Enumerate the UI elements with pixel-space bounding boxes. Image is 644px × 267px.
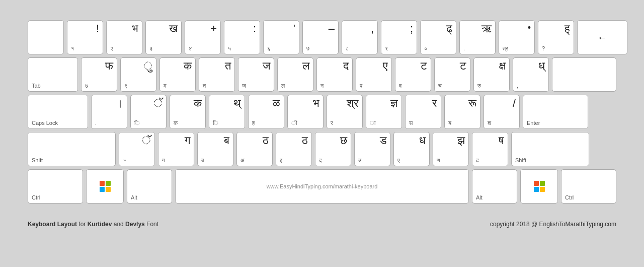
key-4[interactable]: + ४ (185, 20, 221, 54)
key-u[interactable]: द न (316, 57, 353, 92)
key-backtick[interactable] (28, 20, 64, 54)
key-semicolon[interactable]: रू य (444, 95, 480, 129)
key-latin: ि (213, 120, 218, 126)
key-latin: ८ (346, 46, 349, 51)
row-numbers: ! १ भ २ ख ३ + ४ : ५ ' ६ – ७ , ८ (28, 20, 616, 54)
key-label: Tab (32, 83, 41, 89)
key-shift-left[interactable]: Shift (28, 132, 116, 166)
key-shift-right[interactable]: Shift (511, 132, 589, 166)
key-latin: द (319, 158, 322, 163)
key-backspace[interactable]: ← (577, 20, 627, 54)
key-l[interactable]: र स (405, 95, 441, 129)
key-9[interactable]: ; ९ (381, 20, 417, 54)
key-label: Alt (476, 195, 482, 201)
key-latin: ि (134, 120, 140, 126)
key-7[interactable]: – ७ (302, 20, 339, 54)
key-a[interactable]: । . (91, 95, 127, 129)
key-o[interactable]: ट व (395, 57, 431, 92)
key-space[interactable]: www.EasyHindiTyping.com/marathi-keyboard (175, 169, 469, 204)
key-latin: प (360, 83, 362, 89)
key-latin: ए (397, 158, 400, 163)
row-asdf: Caps Lock । . ॅ ि क क थ् ि ळ ह भ ी श्र र (28, 95, 616, 129)
row-shift: Shift ॅ ~ ग ग ब ब ठ अ ठ इ छ द ड उ (28, 132, 616, 166)
key-ctrl-right[interactable]: Ctrl (561, 169, 616, 204)
key-devanagari: श्र (347, 98, 359, 109)
key-latin: २ (110, 46, 113, 51)
key-y[interactable]: ल ल (277, 57, 313, 92)
key-k[interactable]: ज्ञ ा (366, 95, 402, 129)
key-caps-lock[interactable]: Caps Lock (28, 95, 88, 129)
key-ctrl-left[interactable]: Ctrl (28, 169, 83, 204)
key-m[interactable]: ड उ (354, 132, 390, 166)
key-latin: न (320, 83, 324, 89)
key-devanagari: त (225, 60, 231, 72)
key-lbracket[interactable]: क्ष रु (473, 57, 510, 92)
key-win-left[interactable] (86, 169, 124, 204)
key-1[interactable]: ! १ (67, 20, 103, 54)
key-tab[interactable]: Tab (28, 57, 78, 92)
key-devanagari: भ (313, 98, 319, 109)
key-8[interactable]: , ८ (342, 20, 378, 54)
key-backslash[interactable] (552, 57, 616, 92)
key-g[interactable]: ळ ह (248, 95, 284, 129)
keyboard-container: ! १ भ २ ख ३ + ४ : ५ ' ६ – ७ , ८ (0, 0, 644, 217)
key-minus[interactable]: ऋ . (459, 20, 496, 54)
key-equals[interactable]: • त्र (499, 20, 535, 54)
key-e[interactable]: क म (159, 57, 196, 92)
space-label: www.EasyHindiTyping.com/marathi-keyboard (267, 183, 378, 189)
key-c[interactable]: ब ब (197, 132, 233, 166)
row-bottom: Ctrl Alt www.EasyHindiTyping.com/marathi… (28, 169, 616, 204)
key-rbracket[interactable]: ध् , (513, 57, 549, 92)
key-label: Shift (515, 158, 526, 163)
key-t[interactable]: ज ज (238, 57, 274, 92)
key-quote[interactable]: / श (484, 95, 520, 129)
key-period[interactable]: झ ण (433, 132, 469, 166)
key-enter[interactable]: Enter (523, 95, 588, 129)
key-s[interactable]: ॅ ि (130, 95, 167, 129)
key-d[interactable]: क क (170, 95, 206, 129)
key-latin: र (331, 120, 333, 126)
key-f[interactable]: थ् ि (209, 95, 245, 129)
key-latin: . (95, 120, 97, 126)
key-slash[interactable]: ष ढ (472, 132, 508, 166)
key-6[interactable]: ' ६ (263, 20, 299, 54)
key-latin: ढ (476, 158, 479, 163)
key-devanagari: ट (460, 60, 466, 72)
key-z[interactable]: ॅ ~ (119, 132, 155, 166)
key-i[interactable]: ए प (356, 57, 392, 92)
key-x[interactable]: ग ग (158, 132, 194, 166)
key-p[interactable]: ट च (434, 57, 470, 92)
key-alt-left[interactable]: Alt (127, 169, 172, 204)
key-devanagari: + (210, 23, 217, 34)
key-v[interactable]: ठ अ (236, 132, 273, 166)
key-0[interactable]: ढ् ० (420, 20, 456, 54)
key-r[interactable]: त त (199, 57, 235, 92)
key-devanagari: छ (340, 135, 347, 146)
key-latin: इ (280, 158, 282, 163)
key-label: Alt (131, 195, 137, 201)
key-latin: , (517, 83, 518, 89)
key-alt-right[interactable]: Alt (472, 169, 517, 204)
key-devanagari: र (432, 98, 437, 109)
key-3[interactable]: ख ३ (145, 20, 182, 54)
key-n[interactable]: छ द (315, 132, 351, 166)
key-5[interactable]: : ५ (224, 20, 260, 54)
backspace-icon: ← (597, 32, 607, 43)
key-latin: श (488, 120, 491, 126)
key-q[interactable]: फ ७ (81, 57, 117, 92)
key-win-right[interactable] (520, 169, 558, 204)
key-latin: ९ (124, 83, 127, 89)
key-latin: ६ (267, 46, 270, 51)
windows-icon (100, 181, 111, 192)
key-comma[interactable]: ध ए (393, 132, 430, 166)
key-w[interactable]: ु ९ (120, 57, 156, 92)
key-bracket[interactable]: ह् ? (538, 20, 574, 54)
key-latin: स (409, 120, 413, 126)
key-label: Ctrl (32, 195, 40, 201)
key-b[interactable]: ठ इ (276, 132, 312, 166)
key-devanagari: क (184, 60, 192, 72)
key-2[interactable]: भ २ (106, 20, 142, 54)
key-j[interactable]: श्र र (327, 95, 363, 129)
key-latin: ग (162, 158, 165, 163)
key-h[interactable]: भ ी (287, 95, 324, 129)
